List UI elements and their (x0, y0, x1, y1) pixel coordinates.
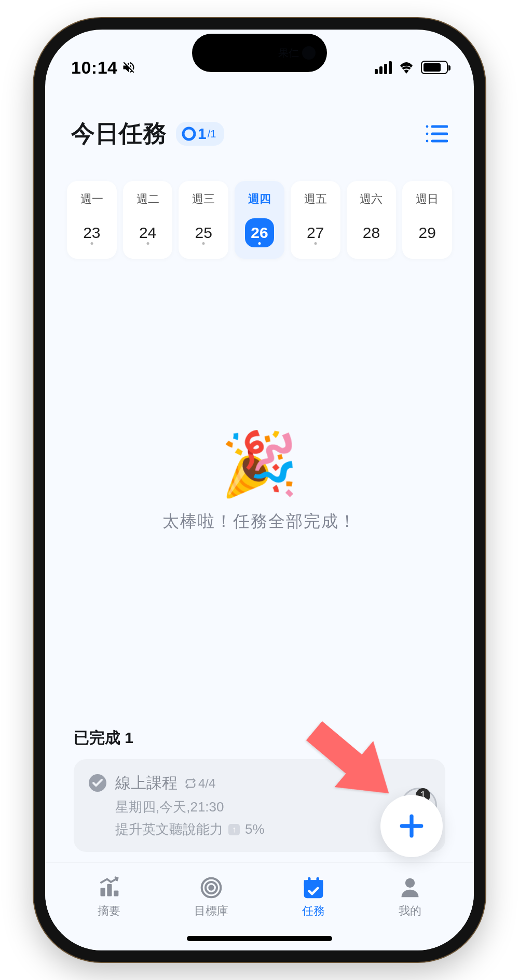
svg-point-0 (183, 128, 195, 139)
check-circle-icon (88, 774, 107, 792)
svg-point-15 (209, 886, 213, 889)
day-number: 25 (189, 218, 218, 247)
nav-tasks[interactable]: 任務 (302, 876, 325, 919)
task-goal-delta: 5% (245, 821, 265, 837)
progress-pill[interactable]: 1 /1 (176, 122, 224, 146)
nav-label: 任務 (302, 903, 325, 919)
nav-goals[interactable]: 目標庫 (194, 876, 228, 919)
day-number: 27 (301, 218, 330, 247)
day-card-23[interactable]: 週一23 (67, 181, 117, 259)
task-repeat-count: 4/4 (198, 776, 215, 791)
person-icon (399, 876, 421, 899)
day-number: 24 (133, 218, 162, 247)
nav-mine[interactable]: 我的 (399, 876, 421, 919)
day-label: 週二 (136, 191, 159, 207)
completed-heading: 已完成 1 (74, 727, 445, 749)
phone-frame: 果仁 10:14 今日任務 (34, 18, 485, 962)
day-number: 26 (245, 218, 274, 247)
svg-rect-19 (317, 877, 320, 883)
party-emoji-icon: 🎉 (221, 432, 298, 495)
day-label: 週四 (248, 191, 271, 207)
progress-total: /1 (208, 128, 216, 140)
calendar-check-icon (302, 876, 325, 899)
target-icon (200, 876, 223, 899)
day-dot-icon (258, 242, 261, 245)
page-header: 今日任務 1 /1 (45, 87, 474, 165)
nav-label: 目標庫 (194, 903, 228, 919)
add-task-button[interactable] (380, 795, 443, 857)
day-dot-icon (146, 242, 149, 245)
home-indicator[interactable] (187, 936, 332, 941)
day-card-26[interactable]: 週四26 (235, 181, 284, 259)
task-goal-text: 提升英文聽說能力 (115, 820, 223, 838)
svg-point-20 (405, 878, 415, 888)
svg-rect-11 (107, 884, 112, 897)
nav-label: 摘要 (98, 903, 120, 919)
day-number: 28 (357, 218, 386, 247)
day-dot-icon (314, 242, 317, 245)
screen: 10:14 今日任務 1 (45, 30, 474, 950)
day-card-24[interactable]: 週二24 (123, 181, 173, 259)
silent-icon (121, 60, 136, 75)
day-card-29[interactable]: 週日29 (402, 181, 452, 259)
day-label: 週五 (304, 191, 327, 207)
empty-state: 🎉 太棒啦！任務全部完成！ (45, 259, 474, 727)
svg-rect-18 (308, 877, 311, 883)
progress-ring-icon (181, 126, 197, 142)
page-title: 今日任務 (71, 118, 167, 150)
day-card-27[interactable]: 週五27 (291, 181, 340, 259)
empty-message: 太棒啦！任務全部完成！ (162, 510, 357, 533)
svg-point-3 (426, 133, 429, 135)
day-label: 週日 (416, 191, 439, 207)
day-dot-icon (90, 242, 93, 245)
day-label: 週六 (360, 191, 383, 207)
day-card-28[interactable]: 週六28 (347, 181, 397, 259)
dynamic-island: 果仁 (192, 34, 327, 72)
svg-point-5 (426, 140, 429, 143)
svg-point-1 (426, 125, 429, 128)
wifi-icon (398, 61, 415, 74)
day-dot-icon (202, 242, 205, 245)
bar-chart-icon (98, 876, 120, 899)
day-card-25[interactable]: 週三25 (179, 181, 228, 259)
list-view-icon[interactable] (425, 124, 448, 143)
status-time: 10:14 (71, 58, 117, 78)
progress-done: 1 (198, 125, 207, 143)
battery-icon (421, 61, 448, 74)
day-number: 29 (413, 218, 442, 247)
repeat-icon (185, 778, 196, 789)
svg-rect-12 (114, 891, 118, 897)
svg-rect-17 (304, 880, 323, 886)
nav-summary[interactable]: 摘要 (98, 876, 120, 919)
cellular-icon (375, 61, 392, 74)
day-label: 週三 (192, 191, 215, 207)
svg-rect-10 (101, 888, 105, 897)
arrow-up-icon: ↑ (228, 824, 240, 835)
plus-icon (399, 813, 425, 839)
nav-label: 我的 (399, 903, 421, 919)
day-label: 週一 (80, 191, 103, 207)
task-title: 線上課程 (115, 773, 177, 794)
day-number: 23 (77, 218, 106, 247)
week-strip: 週一23週二24週三25週四26週五27週六28週日29 (45, 165, 474, 259)
